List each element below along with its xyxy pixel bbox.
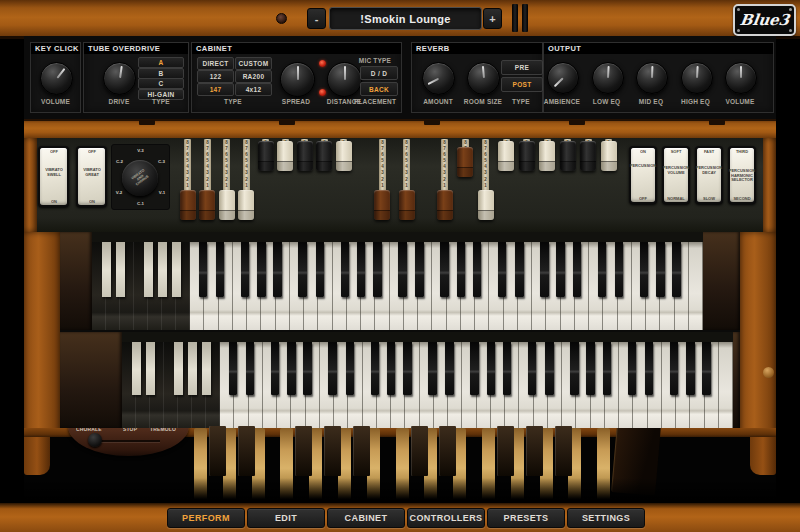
lower-manual-black-key[interactable] [487, 342, 496, 395]
drawbar-upper-8[interactable]: 87654321 [316, 138, 332, 224]
distance-knob[interactable] [327, 62, 362, 97]
pedal-sharp[interactable] [439, 426, 456, 476]
lower-manual-black-key[interactable] [287, 342, 296, 395]
upper-manual-black-key[interactable] [615, 242, 624, 297]
pedal-sharp[interactable] [526, 426, 543, 476]
upper-manual-black-key[interactable] [398, 242, 407, 297]
tab-perform[interactable]: PERFORM [167, 508, 245, 528]
upper-manual-black-key[interactable] [515, 242, 524, 297]
preset-prev-button[interactable]: - [307, 8, 326, 29]
vibrato-swell-switch[interactable]: OFFVIBRATO SWELLON [38, 146, 69, 207]
lower-manual-black-key[interactable] [303, 342, 312, 395]
upper-manual-preset-key-sharp[interactable] [116, 242, 125, 297]
lower-manual-black-key[interactable] [387, 342, 396, 395]
pedal-sharp[interactable] [324, 426, 341, 476]
percussion-on-off-switch[interactable]: ONPERCUSSIONOFF [629, 146, 657, 204]
room-size-knob[interactable] [467, 62, 500, 95]
lower-manual-preset-key-sharp[interactable] [174, 342, 183, 395]
upper-manual-black-key[interactable] [573, 242, 582, 297]
vibrato-chorus-knob[interactable]: VIBRATO AND CHORUS [122, 160, 158, 196]
pedal-sharp[interactable] [209, 426, 226, 476]
drawbar-upper-6[interactable]: 87654321 [277, 138, 293, 224]
reverb-pre-button[interactable]: PRE [501, 60, 543, 75]
cabinet-type-ra200[interactable]: RA200 [235, 70, 272, 83]
tab-settings[interactable]: SETTINGS [567, 508, 645, 528]
upper-manual-black-key[interactable] [341, 242, 350, 297]
vibrato-great-switch[interactable]: OFFVIBRATO GREATON [76, 146, 107, 207]
preset-display[interactable]: !Smokin Lounge [329, 7, 482, 30]
upper-manual-black-key[interactable] [241, 242, 250, 297]
pedal-sharp[interactable] [497, 426, 514, 476]
percussion-decay-switch[interactable]: FASTPERCUSSION DECAYSLOW [695, 146, 723, 204]
lower-manual-black-key[interactable] [271, 342, 280, 395]
lower-manual-black-key[interactable] [371, 342, 380, 395]
upper-manual-black-key[interactable] [498, 242, 507, 297]
upper-manual-black-key[interactable] [656, 242, 665, 297]
cabinet-type-147[interactable]: 147 [197, 83, 234, 96]
upper-manual-black-key[interactable] [415, 242, 424, 297]
drawbar-lower-2[interactable]: 87654321 [457, 138, 473, 224]
mid-eq-knob[interactable] [636, 62, 668, 94]
mic-type-button[interactable]: D / D [360, 66, 398, 80]
upper-manual-black-key[interactable] [273, 242, 282, 297]
percussion-harmonic-switch[interactable]: THIRDPERCUSSION HARMONIC SELECTORSECOND [728, 146, 756, 204]
lower-manual-black-key[interactable] [645, 342, 654, 395]
upper-manual-black-key[interactable] [316, 242, 325, 297]
drawbar-pedal-2[interactable]: 87654321 [399, 138, 415, 224]
spread-knob[interactable] [280, 62, 315, 97]
lower-manual-black-key[interactable] [470, 342, 479, 395]
drawbar-upper-5[interactable]: 87654321 [258, 138, 274, 224]
drawbar-lower-5[interactable]: 87654321 [519, 138, 535, 224]
drawbar-upper-2[interactable]: 87654321 [199, 138, 215, 224]
tab-presets[interactable]: PRESETS [487, 508, 565, 528]
drive-knob[interactable] [103, 62, 136, 95]
lower-manual-black-key[interactable] [603, 342, 612, 395]
upper-manual-black-key[interactable] [357, 242, 366, 297]
upper-manual-preset-key-sharp[interactable] [172, 242, 181, 297]
cabinet-type-4x12[interactable]: 4x12 [235, 83, 272, 96]
drawbar-lower-9[interactable]: 87654321 [601, 138, 617, 224]
upper-manual-black-key[interactable] [199, 242, 208, 297]
ambience-knob[interactable] [547, 62, 579, 94]
lower-manual-black-key[interactable] [545, 342, 554, 395]
lower-manual-black-key[interactable] [686, 342, 695, 395]
lower-manual-black-key[interactable] [528, 342, 537, 395]
upper-manual-black-key[interactable] [540, 242, 549, 297]
drawbar-upper-7[interactable]: 87654321 [297, 138, 313, 224]
high-eq-knob[interactable] [681, 62, 713, 94]
upper-manual-black-key[interactable] [598, 242, 607, 297]
lower-manual-black-key[interactable] [229, 342, 238, 395]
upper-manual-preset-key-sharp[interactable] [102, 242, 111, 297]
leslie-speed-lever[interactable] [88, 433, 102, 447]
drawbar-lower-3[interactable]: 87654321 [478, 138, 494, 224]
upper-manual-black-key[interactable] [257, 242, 266, 297]
lower-manual-white-key[interactable] [719, 342, 733, 428]
lower-manual-black-key[interactable] [586, 342, 595, 395]
percussion-volume-switch[interactable]: SOFTPERCUSSION VOLUMENORMAL [662, 146, 690, 204]
upper-manual-black-key[interactable] [373, 242, 382, 297]
cabinet-type-custom[interactable]: CUSTOM [235, 57, 272, 70]
reverb-amount-knob[interactable] [422, 62, 455, 95]
drawbar-lower-6[interactable]: 87654321 [539, 138, 555, 224]
upper-manual-black-key[interactable] [556, 242, 565, 297]
upper-manual-black-key[interactable] [298, 242, 307, 297]
drawbar-lower-4[interactable]: 87654321 [498, 138, 514, 224]
lower-manual-black-key[interactable] [328, 342, 337, 395]
upper-manual-black-key[interactable] [216, 242, 225, 297]
upper-manual-black-key[interactable] [640, 242, 649, 297]
drawbar-pedal-1[interactable]: 87654321 [374, 138, 390, 224]
drawbar-lower-8[interactable]: 87654321 [580, 138, 596, 224]
drawbar-upper-3[interactable]: 87654321 [219, 138, 235, 224]
volume-knob[interactable] [725, 62, 757, 94]
drawbar-lower-1[interactable]: 87654321 [437, 138, 453, 224]
cabinet-type-122[interactable]: 122 [197, 70, 234, 83]
lower-manual-black-key[interactable] [403, 342, 412, 395]
tab-cabinet[interactable]: CABINET [327, 508, 405, 528]
lower-manual-black-key[interactable] [670, 342, 679, 395]
lower-manual-black-key[interactable] [346, 342, 355, 395]
pedal-sharp[interactable] [238, 426, 255, 476]
lower-manual-black-key[interactable] [570, 342, 579, 395]
pedal-sharp[interactable] [411, 426, 428, 476]
lower-manual-black-key[interactable] [445, 342, 454, 395]
pedal-sharp[interactable] [295, 426, 312, 476]
